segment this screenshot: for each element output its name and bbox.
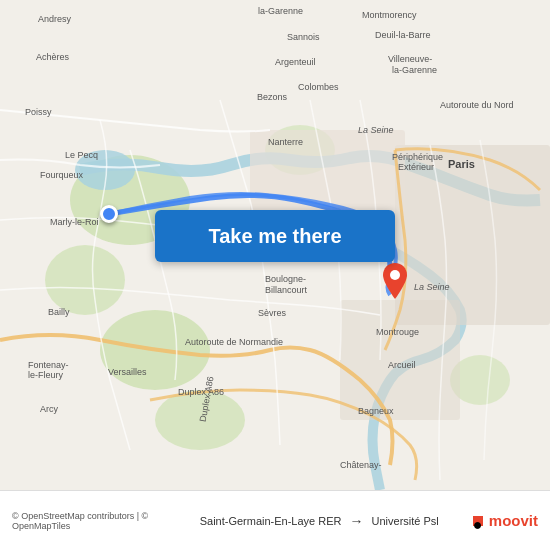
origin-label: Saint-Germain-En-Laye RER	[200, 515, 342, 527]
svg-text:Argenteuil: Argenteuil	[275, 57, 316, 67]
svg-text:Andresy: Andresy	[38, 14, 72, 24]
svg-text:La Seine: La Seine	[358, 125, 394, 135]
svg-text:la-Garenne: la-Garenne	[258, 6, 303, 16]
svg-text:Bezons: Bezons	[257, 92, 288, 102]
svg-text:Duplex A86: Duplex A86	[178, 387, 224, 397]
origin-marker	[100, 205, 118, 223]
moovit-brand-text: moovit	[489, 512, 538, 529]
svg-text:la-Garenne: la-Garenne	[392, 65, 437, 75]
svg-text:Nanterre: Nanterre	[268, 137, 303, 147]
svg-text:Boulogne-: Boulogne-	[265, 274, 306, 284]
destination-marker	[382, 263, 408, 303]
svg-text:Paris: Paris	[448, 158, 475, 170]
svg-text:Villeneuve-: Villeneuve-	[388, 54, 432, 64]
svg-text:Le Pecq: Le Pecq	[65, 150, 98, 160]
svg-text:Bailly: Bailly	[48, 307, 70, 317]
attribution: © OpenStreetMap contributors | © OpenMap…	[12, 511, 166, 531]
svg-text:Poissy: Poissy	[25, 107, 52, 117]
svg-text:Autoroute de Normandie: Autoroute de Normandie	[185, 337, 283, 347]
svg-text:Arcueil: Arcueil	[388, 360, 416, 370]
svg-text:le-Fleury: le-Fleury	[28, 370, 64, 380]
arrow-icon: →	[350, 513, 364, 529]
svg-text:Bagneux: Bagneux	[358, 406, 394, 416]
svg-text:Versailles: Versailles	[108, 367, 147, 377]
svg-text:Colombes: Colombes	[298, 82, 339, 92]
svg-text:Billancourt: Billancourt	[265, 285, 308, 295]
destination-label: Université Psl	[372, 515, 439, 527]
svg-text:Montrouge: Montrouge	[376, 327, 419, 337]
svg-point-48	[390, 270, 400, 280]
map-container: Andresy la-Garenne Montmorency Sannois D…	[0, 0, 550, 490]
svg-text:Extérieur: Extérieur	[398, 162, 434, 172]
svg-text:Fourqueux: Fourqueux	[40, 170, 84, 180]
svg-text:Montmorency: Montmorency	[362, 10, 417, 20]
svg-text:Achères: Achères	[36, 52, 70, 62]
svg-text:Sannois: Sannois	[287, 32, 320, 42]
svg-text:La Seine: La Seine	[414, 282, 450, 292]
svg-text:Périphérique: Périphérique	[392, 152, 443, 162]
moovit-logo: ● moovit	[473, 512, 538, 529]
svg-text:Arcy: Arcy	[40, 404, 59, 414]
route-info: Saint-Germain-En-Laye RER → Université P…	[166, 513, 473, 529]
take-me-there-button[interactable]: Take me there	[155, 210, 395, 262]
svg-text:Marly-le-Roi: Marly-le-Roi	[50, 217, 99, 227]
svg-text:Autoroute du Nord: Autoroute du Nord	[440, 100, 514, 110]
svg-text:Deuil-la-Barre: Deuil-la-Barre	[375, 30, 431, 40]
svg-text:Fontenay-: Fontenay-	[28, 360, 69, 370]
svg-text:Châtenay-: Châtenay-	[340, 460, 382, 470]
bottom-bar: © OpenStreetMap contributors | © OpenMap…	[0, 490, 550, 550]
svg-rect-8	[395, 145, 550, 325]
svg-point-2	[45, 245, 125, 315]
svg-text:Sèvres: Sèvres	[258, 308, 287, 318]
moovit-dot-icon: ●	[473, 516, 483, 526]
